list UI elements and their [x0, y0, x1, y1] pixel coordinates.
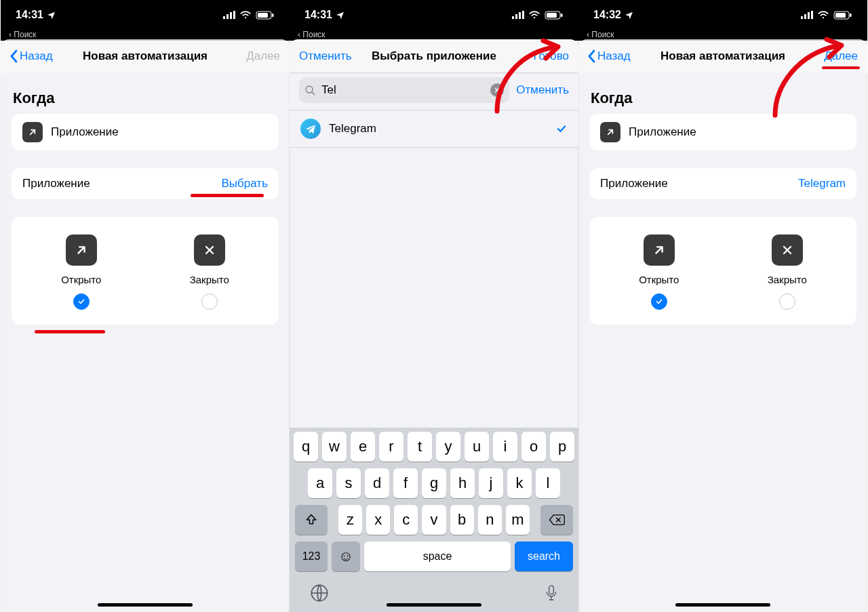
radio-open[interactable] [651, 293, 667, 310]
key-q[interactable]: q [294, 432, 318, 462]
option-open[interactable]: Открыто [61, 234, 101, 310]
key-f[interactable]: f [393, 468, 418, 498]
key-m[interactable]: m [506, 505, 530, 535]
row-app-trigger: Приложение [12, 114, 279, 150]
key-r[interactable]: r [379, 432, 403, 462]
svg-rect-1 [226, 14, 229, 19]
svg-rect-25 [835, 13, 846, 18]
status-time: 14:32 [593, 9, 621, 21]
key-v[interactable]: v [422, 505, 446, 535]
cellular-icon [801, 11, 813, 19]
done-button[interactable]: Готово [534, 49, 570, 63]
key-s[interactable]: s [336, 468, 361, 498]
radio-closed[interactable] [201, 293, 218, 310]
app-open-icon [600, 122, 620, 142]
svg-rect-18 [549, 586, 554, 594]
kb-row-2: asdfghjkl [292, 468, 576, 498]
numbers-key[interactable]: 123 [295, 542, 328, 571]
cancel-button[interactable]: Отменить [299, 49, 352, 63]
key-l[interactable]: l [536, 468, 560, 498]
chosen-app[interactable]: Telegram [798, 177, 846, 190]
svg-rect-11 [522, 11, 524, 19]
svg-rect-9 [515, 14, 517, 19]
radio-open[interactable] [73, 293, 90, 310]
search-action-key[interactable]: search [515, 542, 573, 571]
section-when: Когда [1, 73, 290, 114]
globe-icon[interactable] [310, 584, 329, 605]
battery-icon [545, 11, 564, 20]
search-input[interactable] [320, 83, 486, 98]
telegram-icon [300, 119, 321, 139]
wifi-icon [528, 11, 540, 20]
card-trigger: Приложение [12, 114, 279, 150]
red-underline-3 [822, 66, 860, 69]
key-y[interactable]: y [436, 432, 460, 462]
key-o[interactable]: o [521, 432, 546, 462]
keyboard[interactable]: qwertyuiop asdfghjkl zxcvbnm 123 ☺ space… [290, 428, 578, 612]
radio-closed[interactable] [779, 293, 795, 310]
svg-rect-26 [850, 14, 852, 17]
key-c[interactable]: c [394, 505, 418, 535]
option-open[interactable]: Открыто [639, 234, 679, 310]
clear-search-icon[interactable] [490, 83, 504, 97]
key-i[interactable]: i [493, 432, 517, 462]
key-u[interactable]: u [465, 432, 489, 462]
search-bar: Отменить [290, 73, 578, 110]
svg-rect-2 [230, 12, 232, 19]
svg-rect-6 [258, 13, 268, 18]
row-label: Приложение [22, 177, 90, 190]
option-closed[interactable]: Закрыто [768, 234, 807, 310]
key-h[interactable]: h [450, 468, 475, 498]
key-b[interactable]: b [450, 505, 474, 535]
cellular-icon [223, 11, 235, 19]
status-bar: 14:31 [1, 0, 290, 30]
cancel-search-button[interactable]: Отменить [516, 83, 569, 97]
search-field[interactable] [299, 77, 509, 103]
back-button[interactable]: Назад [10, 49, 53, 63]
space-key[interactable]: space [364, 542, 511, 571]
backspace-key[interactable] [540, 505, 573, 535]
kb-row-4: 123 ☺ space search [292, 542, 576, 571]
location-icon [336, 11, 344, 20]
home-indicator[interactable] [98, 603, 193, 607]
card-choose-app[interactable]: Приложение Telegram [589, 168, 856, 199]
next-button[interactable]: Далее [824, 49, 858, 63]
next-button[interactable]: Далее [246, 49, 280, 63]
home-indicator[interactable] [387, 603, 481, 607]
home-indicator[interactable] [675, 603, 770, 607]
key-w[interactable]: w [322, 432, 347, 462]
dictation-icon[interactable] [545, 584, 558, 605]
nav-bar: Назад Новая автоматизация Далее [1, 39, 290, 73]
emoji-key[interactable]: ☺ [332, 542, 360, 571]
key-n[interactable]: n [478, 505, 502, 535]
location-icon [47, 11, 56, 20]
close-icon [194, 234, 225, 266]
location-icon [625, 11, 633, 20]
card-open-close: Открыто Закрыто [12, 217, 279, 325]
choose-link[interactable]: Выбрать [222, 177, 268, 190]
svg-rect-10 [519, 12, 521, 19]
option-closed[interactable]: Закрыто [190, 234, 229, 310]
key-k[interactable]: k [507, 468, 532, 498]
svg-point-23 [823, 16, 824, 18]
row-label: Приложение [600, 177, 668, 190]
key-e[interactable]: e [351, 432, 375, 462]
status-time: 14:31 [16, 9, 43, 21]
key-d[interactable]: d [365, 468, 389, 498]
key-g[interactable]: g [422, 468, 446, 498]
back-button[interactable]: Назад [588, 49, 631, 63]
key-z[interactable]: z [338, 505, 362, 535]
svg-rect-19 [801, 16, 803, 19]
key-t[interactable]: t [408, 432, 432, 462]
key-p[interactable]: p [550, 432, 574, 462]
status-bar: 14:32 [578, 0, 867, 30]
key-a[interactable]: a [308, 468, 332, 498]
key-x[interactable]: x [366, 505, 390, 535]
battery-icon [833, 11, 852, 20]
key-j[interactable]: j [479, 468, 503, 498]
shift-key[interactable] [295, 505, 328, 535]
close-icon [772, 234, 803, 266]
result-telegram[interactable]: Telegram [290, 110, 578, 148]
svg-rect-15 [561, 14, 563, 17]
svg-point-12 [534, 16, 535, 18]
